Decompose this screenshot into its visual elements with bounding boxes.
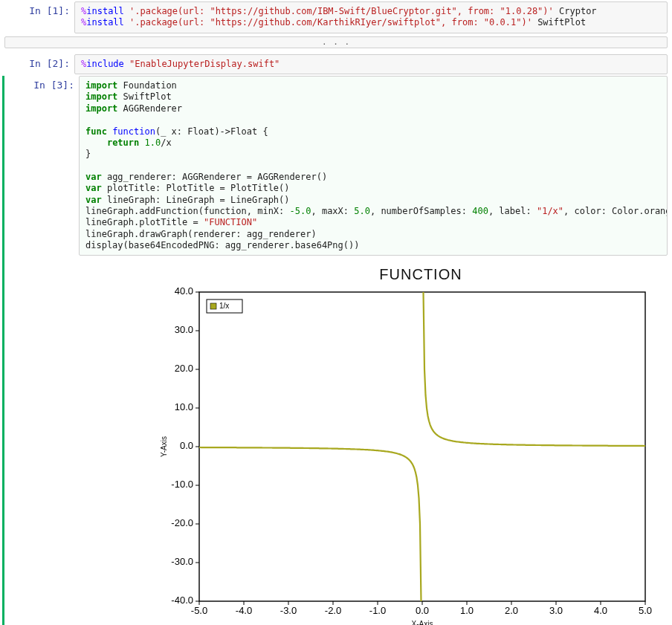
number: 400 — [472, 206, 488, 216]
svg-text:-4.0: -4.0 — [236, 605, 252, 616]
text: agg_renderer: AGGRenderer = AGGRenderer(… — [107, 172, 327, 182]
kw-var: var — [85, 183, 107, 193]
chart-title: FUNCTION — [153, 266, 672, 283]
kw-import: import — [85, 103, 123, 114]
svg-text:20.0: 20.0 — [175, 363, 193, 374]
output-area: FUNCTION -5.0-4.0-3.0-2.0-1.00.01.02.03.… — [79, 257, 672, 625]
number: 1.0 — [144, 137, 161, 148]
prompt-1: In [1]: — [4, 1, 74, 33]
svg-text:30.0: 30.0 — [175, 324, 193, 335]
string-literal: '.package(url: "https://github.com/IBM-S… — [129, 6, 554, 16]
text: (_ x: Float)->Float { — [155, 126, 268, 137]
prompt-3: In [3]: — [9, 76, 79, 256]
indent — [85, 137, 107, 148]
number: -5.0 — [290, 206, 311, 216]
text: plotTitle: PlotTitle = PlotTitle() — [107, 183, 290, 193]
svg-text:-10.0: -10.0 — [171, 479, 193, 490]
code-cell-1: In [1]: %install '.package(url: "https:/… — [4, 1, 668, 33]
svg-text:2.0: 2.0 — [505, 605, 518, 616]
kw-func: func — [85, 126, 112, 137]
svg-text:0.0: 0.0 — [180, 440, 193, 451]
kw-var: var — [85, 195, 107, 205]
text: SwiftPlot — [532, 17, 586, 27]
svg-text:-20.0: -20.0 — [171, 517, 193, 528]
svg-text:X-Axis: X-Axis — [412, 620, 433, 625]
svg-rect-44 — [210, 303, 216, 309]
svg-text:40.0: 40.0 — [175, 285, 193, 297]
text: lineGraph.addFunction(function, minX: — [85, 206, 290, 216]
text: lineGraph.plotTitle = — [85, 217, 204, 227]
magic-include: include — [86, 59, 124, 69]
code-input-2[interactable]: %include "EnableJupyterDisplay.swift" — [74, 54, 668, 74]
text: display(base64EncodedPNG: agg_renderer.b… — [85, 240, 359, 250]
string-literal: "EnableJupyterDisplay.swift" — [129, 59, 280, 69]
kw-return: return — [107, 137, 145, 148]
brace: } — [85, 149, 91, 159]
string-literal: "1/x" — [537, 206, 563, 216]
text: /x — [161, 137, 171, 148]
module: AGGRenderer — [123, 103, 182, 114]
svg-text:-3.0: -3.0 — [280, 605, 297, 616]
string-literal: "FUNCTION" — [204, 217, 257, 227]
code-input-1[interactable]: %install '.package(url: "https://github.… — [74, 1, 668, 33]
module: Foundation — [123, 80, 177, 91]
kw-import: import — [85, 91, 123, 102]
module: SwiftPlot — [123, 91, 172, 102]
svg-text:-40.0: -40.0 — [171, 595, 193, 606]
chart-container: FUNCTION -5.0-4.0-3.0-2.0-1.00.01.02.03.… — [153, 266, 672, 625]
svg-text:Y-Axis: Y-Axis — [160, 436, 168, 457]
svg-text:-1.0: -1.0 — [369, 605, 386, 616]
text: , maxX: — [311, 206, 354, 216]
svg-text:0.0: 0.0 — [416, 605, 429, 616]
code-cell-3: In [3]: import Foundation import SwiftPl… — [9, 76, 668, 256]
text: Cryptor — [554, 6, 597, 16]
string-literal: '.package(url: "https://github.com/Karth… — [129, 17, 532, 27]
chart-svg: -5.0-4.0-3.0-2.0-1.00.01.02.03.04.05.0-4… — [153, 285, 659, 625]
text: lineGraph.drawGraph(renderer: agg_render… — [85, 229, 317, 239]
output-cell-3: FUNCTION -5.0-4.0-3.0-2.0-1.00.01.02.03.… — [9, 257, 668, 625]
code-input-3[interactable]: import Foundation import SwiftPlot impor… — [79, 76, 668, 256]
magic-install: install — [86, 6, 124, 16]
running-cell-outline: In [3]: import Foundation import SwiftPl… — [2, 76, 672, 625]
prompt-2: In [2]: — [4, 54, 74, 74]
kw-var: var — [85, 172, 107, 182]
svg-text:3.0: 3.0 — [549, 605, 563, 616]
kw-import: import — [85, 80, 123, 91]
text: , color: Color.orange) — [563, 206, 668, 216]
text: , label: — [488, 206, 537, 216]
svg-text:-30.0: -30.0 — [171, 556, 193, 567]
text: , numberOfSamples: — [370, 206, 472, 216]
svg-rect-0 — [199, 292, 645, 601]
func-name: function — [112, 126, 155, 137]
svg-text:1/x: 1/x — [219, 302, 229, 310]
number: 5.0 — [354, 206, 370, 216]
svg-text:-5.0: -5.0 — [191, 605, 207, 616]
svg-text:1.0: 1.0 — [460, 605, 474, 616]
svg-text:-2.0: -2.0 — [325, 605, 341, 616]
code-cell-2: In [2]: %include "EnableJupyterDisplay.s… — [4, 54, 668, 74]
svg-text:10.0: 10.0 — [175, 401, 193, 412]
magic-install: install — [86, 17, 124, 27]
svg-text:4.0: 4.0 — [594, 605, 607, 616]
collapsed-output-bar[interactable]: . . . — [4, 36, 668, 48]
output-prompt-blank — [9, 257, 79, 625]
text: lineGraph: LineGraph = LineGraph() — [107, 195, 290, 205]
svg-text:5.0: 5.0 — [639, 605, 652, 616]
